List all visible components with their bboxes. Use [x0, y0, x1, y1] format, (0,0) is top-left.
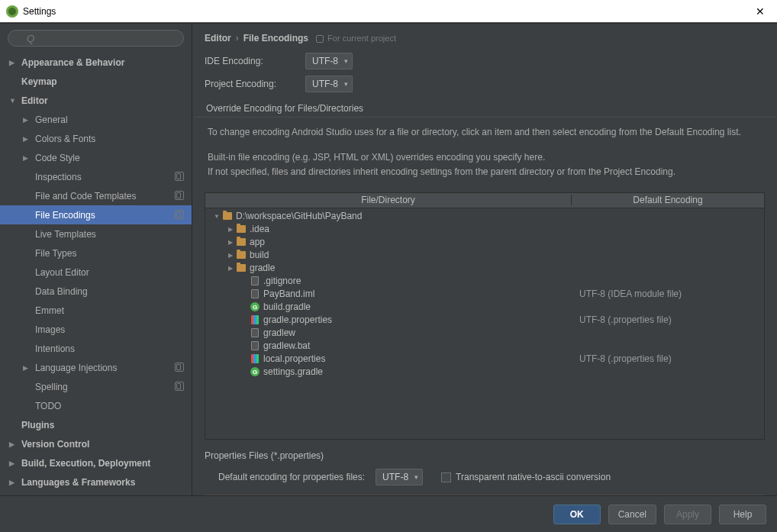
encoding-table: File/Directory Default Encoding D:\works…	[205, 192, 765, 440]
file-row[interactable]: gradlew	[205, 327, 764, 340]
table-header: File/Directory Default Encoding	[205, 193, 764, 208]
project-scope-icon	[175, 210, 184, 219]
col-default-encoding[interactable]: Default Encoding	[572, 195, 764, 205]
sidebar-item-layout-editor[interactable]: Layout Editor	[0, 263, 192, 282]
override-section-header: Override Encoding for Files/Directories	[194, 95, 775, 118]
gradle-icon: G	[250, 366, 260, 377]
sidebar-item-general[interactable]: General	[0, 110, 192, 129]
app-icon	[6, 5, 18, 18]
sidebar-item-appearance-behavior[interactable]: Appearance & Behavior	[0, 53, 192, 72]
file-row[interactable]: D:\workspace\GitHub\PayBand	[205, 210, 764, 223]
cancel-button[interactable]: Cancel	[608, 505, 656, 524]
sidebar-item-emmet[interactable]: Emmet	[0, 301, 192, 320]
sidebar-item-file-and-code-templates[interactable]: File and Code Templates	[0, 186, 192, 205]
sidebar-item-label: Appearance & Behavior	[21, 57, 124, 68]
sidebar-item-label: Keymap	[21, 76, 57, 87]
settings-sidebar: Appearance & BehaviorKeymapEditorGeneral…	[0, 24, 192, 495]
tree-arrow-icon	[23, 364, 35, 372]
sidebar-item-images[interactable]: Images	[0, 320, 192, 339]
project-scope-icon	[175, 191, 184, 200]
properties-encoding-dropdown[interactable]: UTF-8	[376, 469, 423, 485]
sidebar-item-label: Intentions	[35, 343, 75, 354]
search-input[interactable]	[8, 30, 184, 47]
tree-arrow-icon	[9, 440, 21, 448]
sidebar-item-code-style[interactable]: Code Style	[0, 148, 192, 167]
sidebar-item-todo[interactable]: TODO	[0, 396, 192, 415]
sidebar-item-build-execution-deployment[interactable]: Build, Execution, Deployment	[0, 453, 192, 472]
properties-encoding-label: Default encoding for properties files:	[218, 472, 365, 482]
sidebar-item-live-templates[interactable]: Live Templates	[0, 224, 192, 243]
file-row[interactable]: Gbuild.gradle	[205, 301, 764, 314]
sidebar-item-label: Languages & Frameworks	[21, 477, 135, 488]
file-row[interactable]: Gsettings.gradle	[205, 366, 764, 379]
file-name: gradlew.bat	[263, 340, 310, 351]
file-icon	[250, 327, 260, 338]
file-row[interactable]: gradlew.bat	[205, 340, 764, 353]
transparent-ascii-label: Transparent native-to-ascii conversion	[456, 472, 611, 482]
breadcrumb: Editor › File Encodings For current proj…	[192, 24, 777, 50]
sidebar-item-language-injections[interactable]: Language Injections	[0, 358, 192, 377]
project-encoding-label: Project Encoding:	[205, 79, 296, 89]
file-tree[interactable]: D:\workspace\GitHub\PayBand.ideaappbuild…	[205, 208, 764, 439]
file-row[interactable]: PayBand.imlUTF-8 (IDEA module file)	[205, 288, 764, 301]
sidebar-item-file-types[interactable]: File Types	[0, 243, 192, 263]
file-name: build	[250, 250, 269, 260]
file-row[interactable]: .gitignore	[205, 275, 764, 288]
file-row[interactable]: gradle.propertiesUTF-8 (.properties file…	[205, 314, 764, 327]
file-row[interactable]: build	[205, 249, 764, 262]
file-name: build.gradle	[263, 301, 311, 312]
properties-icon	[250, 314, 260, 325]
file-row[interactable]: app	[205, 236, 764, 249]
sidebar-item-file-encodings[interactable]: File Encodings	[0, 205, 192, 224]
sidebar-item-version-control[interactable]: Version Control	[0, 434, 192, 453]
folder-icon	[236, 250, 247, 260]
file-name: .idea	[250, 224, 269, 234]
sidebar-item-intentions[interactable]: Intentions	[0, 339, 192, 358]
file-icon	[250, 340, 260, 351]
file-encoding: UTF-8 (.properties file)	[572, 353, 764, 364]
sidebar-item-spelling[interactable]: Spelling	[0, 377, 192, 396]
project-scope-icon	[175, 172, 184, 181]
sidebar-item-label: Plugins	[21, 420, 54, 430]
file-arrow-icon	[225, 265, 236, 272]
ide-encoding-label: IDE Encoding:	[205, 56, 296, 66]
tree-arrow-icon	[23, 135, 35, 143]
dialog-button-bar: OK Cancel Apply Help	[0, 495, 777, 532]
file-name: settings.gradle	[263, 366, 323, 377]
sidebar-item-label: Emmet	[35, 305, 64, 316]
folder-icon	[236, 224, 247, 234]
file-name: D:\workspace\GitHub\PayBand	[236, 211, 362, 221]
file-row[interactable]: .idea	[205, 223, 764, 236]
file-name: local.properties	[263, 353, 325, 364]
sidebar-item-languages-frameworks[interactable]: Languages & Frameworks	[0, 472, 192, 492]
sidebar-item-label: Spelling	[35, 382, 68, 392]
sidebar-item-data-binding[interactable]: Data Binding	[0, 282, 192, 301]
help-button[interactable]: Help	[719, 505, 766, 524]
sidebar-item-colors-fonts[interactable]: Colors & Fonts	[0, 129, 192, 148]
col-file-directory[interactable]: File/Directory	[205, 195, 572, 205]
file-icon	[250, 276, 260, 286]
sidebar-item-editor[interactable]: Editor	[0, 91, 192, 110]
sidebar-item-label: General	[35, 114, 68, 125]
sidebar-item-label: Editor	[21, 95, 48, 106]
sidebar-item-keymap[interactable]: Keymap	[0, 72, 192, 91]
project-scope-icon	[175, 382, 184, 391]
ok-button[interactable]: OK	[553, 505, 601, 524]
close-button[interactable]: ✕	[750, 5, 771, 18]
sidebar-item-label: Live Templates	[35, 229, 96, 240]
sidebar-item-plugins[interactable]: Plugins	[0, 415, 192, 434]
tree-arrow-icon	[9, 59, 21, 66]
sidebar-item-label: Code Style	[35, 153, 80, 163]
settings-tree[interactable]: Appearance & BehaviorKeymapEditorGeneral…	[0, 53, 192, 495]
folder-icon	[222, 211, 233, 221]
apply-button[interactable]: Apply	[664, 505, 711, 524]
breadcrumb-root: Editor	[205, 33, 231, 44]
file-name: PayBand.iml	[263, 289, 314, 299]
sidebar-item-label: Version Control	[21, 439, 89, 450]
project-encoding-dropdown[interactable]: UTF-8	[305, 76, 353, 92]
sidebar-item-inspections[interactable]: Inspections	[0, 167, 192, 186]
ide-encoding-dropdown[interactable]: UTF-8	[305, 53, 353, 69]
transparent-ascii-checkbox[interactable]	[441, 472, 451, 482]
file-row[interactable]: local.propertiesUTF-8 (.properties file)	[205, 353, 764, 366]
file-row[interactable]: gradle	[205, 262, 764, 275]
